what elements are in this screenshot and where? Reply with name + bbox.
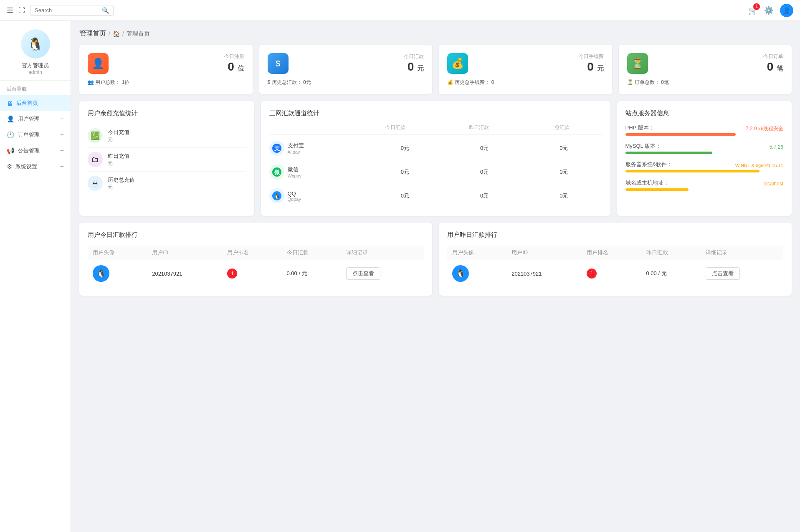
yesterday-row-userid: 2021037921	[506, 260, 582, 287]
col-avatar-yesterday: 用户头像	[447, 246, 506, 260]
today-row-rank: 1	[222, 260, 281, 287]
breadcrumb-sep1: /	[109, 30, 110, 37]
server-bar-fill-domain	[625, 188, 689, 191]
search-box: 🔍	[30, 5, 114, 16]
stat-card-header-4: ⏳ 今日订单 0 笔	[627, 53, 784, 74]
recharge-total-info: 历史总充值 元	[108, 176, 135, 191]
orders-expand-icon[interactable]: +	[60, 131, 64, 139]
stat-title-fee: 今日手续费 0 元	[579, 53, 604, 73]
server-panel-title: 站点服务器信息	[625, 109, 784, 117]
users-expand-icon[interactable]: +	[60, 115, 64, 123]
channel-col-yesterday-header: 昨日汇款	[439, 124, 519, 131]
server-item-os: 服务器系统&软件： WINNT & nginx/1.15.11	[625, 161, 784, 172]
settings-expand-icon[interactable]: +	[60, 163, 64, 170]
orders-stat-icon: ⏳	[627, 53, 648, 74]
breadcrumb-title: 管理首页	[79, 29, 106, 38]
recharge-panel-title: 用户余额充值统计	[88, 109, 246, 117]
home-icon: 🖥	[7, 100, 13, 107]
sidebar-item-settings[interactable]: ⚙ 系统设置 +	[0, 159, 71, 175]
col-userid-yesterday: 用户ID	[506, 246, 582, 260]
col-amount-today: 今日汇款	[282, 246, 341, 260]
stat-card-fee: 💰 今日手续费 0 元 💰 历史总手续费： 0	[439, 45, 612, 94]
col-rank-yesterday: 用户排名	[582, 246, 641, 260]
channel-col-today-header: 今日汇款	[356, 124, 435, 131]
qq-total: 0元	[526, 192, 602, 200]
stat-card-value-2: 0 元	[404, 60, 424, 73]
menu-toggle-icon[interactable]: ☰	[7, 6, 13, 15]
alipay-icon: 支	[269, 141, 284, 156]
users-icon: 👤	[7, 115, 15, 123]
yesterday-row-amount: 0.00 / 元	[641, 260, 701, 287]
sidebar-item-orders-label: 订单管理	[18, 131, 57, 139]
yesterday-view-button[interactable]: 点击查看	[706, 267, 740, 280]
wechat-name: 微信 Wxpay	[288, 166, 364, 178]
col-detail-yesterday: 详细记录	[701, 246, 783, 260]
today-ranking-title: 用户今日汇款排行	[88, 231, 424, 239]
yesterday-row-avatar: 🐧	[447, 260, 506, 287]
server-bar-php	[625, 133, 784, 136]
announce-expand-icon[interactable]: +	[60, 147, 64, 155]
sidebar-nav-title: 后台导航	[0, 81, 71, 95]
rank-badge: 1	[227, 269, 237, 279]
remittance-icon: $	[268, 53, 289, 74]
stat-card-header-2: $ 今日汇款 0 元	[268, 53, 424, 74]
qq-name: QQ Qqpay	[288, 190, 364, 202]
alipay-yesterday: 0元	[446, 144, 522, 152]
recharge-today-info: 今日充值 元	[108, 129, 129, 143]
sidebar-item-users-label: 用户管理	[18, 115, 57, 123]
today-row-amount: 0.00 / 元	[282, 260, 341, 287]
stat-card-title-text-4: 今日订单	[763, 53, 783, 60]
yesterday-table-header: 用户头像 用户ID 用户排名 昨日汇款 详细记录	[447, 246, 783, 260]
avatar-cell-2: 🐧	[452, 265, 469, 282]
sidebar-logo: 🐧 官方管理员 admin	[0, 21, 71, 81]
alipay-today: 0元	[367, 144, 443, 152]
server-item-domain: 域名或主机地址： localhost	[625, 179, 784, 191]
sidebar-item-announce[interactable]: 📢 公告管理 +	[0, 143, 71, 159]
channel-row-alipay: 支 支付宝 Alipay 0元 0元 0元	[269, 137, 602, 160]
sidebar-item-users[interactable]: 👤 用户管理 +	[0, 111, 71, 127]
stat-card-title-text: 今日注册	[224, 53, 244, 60]
registrations-icon: 👤	[88, 53, 109, 74]
sidebar-item-orders[interactable]: 🕐 订单管理 +	[0, 127, 71, 143]
today-row-detail: 点击查看	[341, 260, 424, 287]
recharge-yesterday-info: 昨日充值 元	[108, 152, 129, 167]
yesterday-ranking-table: 用户头像 用户ID 用户排名 昨日汇款 详细记录 🐧 2021037921	[447, 246, 783, 287]
breadcrumb-home-icon[interactable]: 🏠	[113, 30, 120, 37]
sidebar: 🐧 官方管理员 admin 后台导航 🖥 后台首页 👤 用户管理 + 🕐 订单管…	[0, 21, 71, 532]
recharge-item-total: 🖨 历史总充值 元	[88, 172, 246, 195]
stat-title-orders: 今日订单 0 笔	[763, 53, 783, 73]
server-panel: 站点服务器信息 PHP 版本： 7.2.9 非线程安全 MySQL 版本： 5.…	[617, 101, 792, 216]
search-input[interactable]	[35, 7, 99, 13]
bottom-row: 用户今日汇款排行 用户头像 用户ID 用户排名 今日汇款 详细记录 🐧	[79, 223, 792, 296]
notification-icon[interactable]: 🛒 1	[748, 6, 757, 15]
sidebar-item-home-label: 后台首页	[16, 99, 64, 107]
search-icon[interactable]: 🔍	[102, 7, 109, 14]
stat-card-footer-4: ⏳ 订单总数： 0笔	[627, 79, 784, 86]
avatar[interactable]: 👤	[780, 4, 793, 17]
today-row-avatar: 🐧	[88, 260, 147, 287]
qq-today: 0元	[367, 192, 443, 200]
today-view-button[interactable]: 点击查看	[346, 267, 380, 280]
col-userid-today: 用户ID	[147, 246, 222, 260]
fullscreen-icon[interactable]: ⛶	[18, 7, 25, 14]
sidebar-item-home[interactable]: 🖥 后台首页	[0, 95, 71, 111]
stat-card-value: 0 位	[224, 60, 244, 73]
orders-icon: 🕐	[7, 131, 15, 139]
col-rank-today: 用户排名	[222, 246, 281, 260]
footer-icon-2: $	[268, 79, 271, 85]
footer-icon-3: 💰	[447, 79, 453, 85]
footer-icon: 👥	[88, 79, 94, 85]
server-bar-fill-mysql	[625, 152, 712, 154]
admin-role: admin	[7, 69, 64, 75]
recharge-item-yesterday: 🗂 昨日充值 元	[88, 148, 246, 172]
sidebar-item-announce-label: 公告管理	[18, 147, 57, 155]
yesterday-ranking-panel: 用户昨日汇款排行 用户头像 用户ID 用户排名 昨日汇款 详细记录 🐧	[439, 223, 792, 296]
stat-card-registrations: 👤 今日注册 0 位 👥 用户总数： 1位	[79, 45, 253, 94]
col-avatar-today: 用户头像	[88, 246, 147, 260]
settings-icon[interactable]: ⚙️	[764, 6, 773, 15]
wechat-icon: 微	[269, 165, 284, 180]
stat-card-footer: 👥 用户总数： 1位	[88, 79, 244, 86]
channel-col-total-header: 总汇款	[522, 124, 602, 131]
channel-row-wechat: 微 微信 Wxpay 0元 0元 0元	[269, 160, 602, 184]
yesterday-ranking-title: 用户昨日汇款排行	[447, 231, 783, 239]
